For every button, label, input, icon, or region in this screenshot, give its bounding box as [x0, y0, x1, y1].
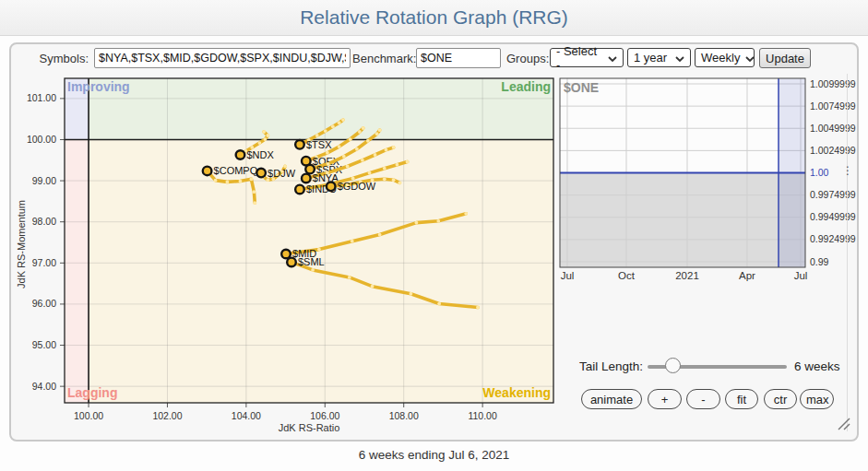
svg-text:108.00: 108.00 [389, 410, 419, 421]
chevron-down-icon [675, 51, 684, 65]
zoom-in-button[interactable]: + [648, 389, 682, 409]
quadrant-label-weakening: Weakening [482, 385, 551, 400]
update-button[interactable]: Update [759, 48, 811, 68]
svg-text:110.00: 110.00 [468, 410, 496, 421]
symbols-label: Symbols: [17, 52, 89, 65]
benchmark-y-tick-label: 1.0024999 [810, 145, 856, 156]
rrg-marker-sml[interactable] [287, 258, 296, 267]
rrg-marker-ndx[interactable] [236, 150, 245, 159]
benchmark-y-tick-label: 1.0074999 [810, 100, 856, 112]
benchmark-x-tick-label: Jul [561, 270, 575, 281]
rrg-symbol-label-sml: $SML [298, 256, 325, 267]
zoom-out-button[interactable]: - [686, 389, 720, 409]
rrg-symbol-label-compq: $COMPQ [214, 165, 258, 176]
period-select-value: 1 year [634, 51, 667, 65]
svg-text:104.00: 104.00 [232, 410, 261, 421]
svg-text:102.00: 102.00 [152, 410, 182, 421]
benchmark-x-tick-label: Oct [618, 270, 636, 281]
benchmark-y-tick-label: 1.0099999 [810, 78, 856, 89]
benchmark-y-tick-label: 1.0049999 [810, 123, 856, 134]
quadrant-label-improving: Improving [67, 79, 130, 94]
svg-text:101.00: 101.00 [27, 92, 56, 103]
benchmark-x-tick-label: Jul [794, 270, 808, 281]
title-bar: Relative Rotation Graph (RRG) [0, 0, 868, 36]
chevron-down-icon [608, 51, 617, 65]
benchmark-x-tick-label: 2021 [675, 270, 699, 281]
rrg-symbol-label-ndx: $NDX [246, 149, 274, 160]
svg-text:97.00: 97.00 [32, 257, 56, 268]
rrg-marker-gdow[interactable] [327, 183, 336, 192]
frequency-select[interactable]: Weekly [695, 48, 755, 67]
tail-length-value: 6 weeks [794, 359, 840, 373]
rrg-symbol-label-tsx: $TSX [306, 139, 332, 150]
panel-splitter[interactable] [847, 74, 848, 431]
benchmark-chart[interactable]: 1.00999991.00749991.00499991.00249991.00… [555, 74, 863, 288]
tail-length-label: Tail Length: [579, 359, 643, 373]
rrg-chart[interactable]: 100.00102.00104.00106.00108.00110.0094.0… [13, 74, 563, 435]
x-axis-title: JdK RS-Ratio [279, 422, 340, 433]
rrg-symbol-label-gdow: $GDOW [338, 181, 376, 192]
svg-text:100.00: 100.00 [27, 134, 56, 145]
benchmark-label: Benchmark: [352, 52, 416, 65]
footer-caption: 6 weeks ending Jul 6, 2021 [0, 448, 868, 462]
benchmark-y-tick-label: 0.9949999 [810, 211, 856, 222]
benchmark-y-tick-label: 1.00 [810, 167, 829, 178]
groups-select-value: - Select - [556, 44, 602, 72]
rrg-marker-tsx[interactable] [295, 140, 304, 149]
ctr-button[interactable]: ctr [764, 389, 797, 409]
rrg-marker-mid[interactable] [281, 250, 291, 259]
svg-text:98.00: 98.00 [32, 216, 56, 227]
rrg-symbol-label-djw: $DJW [268, 168, 296, 179]
drag-handle-icon[interactable]: ⋮ [842, 165, 851, 176]
quadrant-label-leading: Leading [501, 79, 551, 94]
groups-select[interactable]: - Select - [550, 48, 624, 67]
page-title: Relative Rotation Graph (RRG) [0, 0, 868, 35]
benchmark-y-tick-label: 0.99 [810, 256, 829, 267]
y-axis-title: JdK RS-Momentum [16, 200, 27, 288]
animate-button[interactable]: animate [581, 389, 642, 409]
frequency-select-value: Weekly [701, 51, 740, 65]
svg-text:99.00: 99.00 [32, 175, 56, 186]
resize-handle-icon[interactable] [835, 415, 851, 431]
benchmark-input[interactable] [416, 48, 501, 68]
svg-text:100.00: 100.00 [74, 410, 103, 421]
rrg-marker-djw[interactable] [256, 169, 266, 178]
rrg-marker-nya[interactable] [302, 174, 311, 183]
chevron-down-icon [745, 51, 755, 65]
svg-text:106.00: 106.00 [310, 410, 339, 421]
rrg-app: Relative Rotation Graph (RRG) Symbols: B… [0, 0, 868, 471]
benchmark-chart-title: $ONE [564, 80, 599, 95]
rrg-marker-compq[interactable] [203, 167, 212, 176]
quadrant-label-lagging: Lagging [67, 385, 117, 400]
svg-text:94.00: 94.00 [32, 381, 56, 392]
max-button[interactable]: max [800, 389, 834, 409]
symbols-input[interactable] [94, 48, 351, 68]
period-select[interactable]: 1 year [627, 48, 691, 67]
rrg-marker-indu[interactable] [295, 185, 304, 194]
groups-label: Groups: [506, 52, 549, 65]
svg-text:96.00: 96.00 [32, 298, 56, 309]
benchmark-y-tick-label: 0.9924999 [810, 233, 856, 244]
fit-button[interactable]: fit [725, 389, 758, 409]
svg-text:95.00: 95.00 [32, 339, 56, 350]
benchmark-x-tick-label: Apr [739, 270, 755, 281]
benchmark-y-tick-label: 0.9974999 [810, 189, 856, 200]
